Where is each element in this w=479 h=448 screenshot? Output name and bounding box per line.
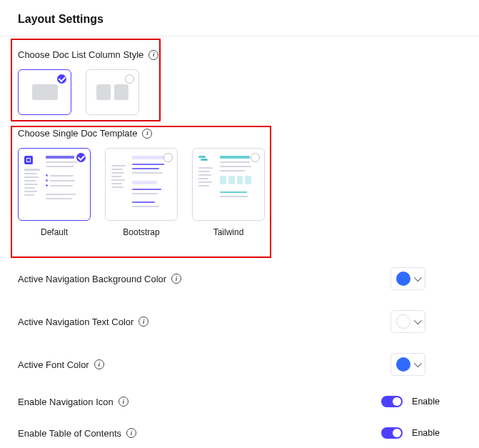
setting-label-enable-toc: Enable Table of Contents bbox=[18, 428, 121, 439]
setting-label-enable-nav-icon: Enable Navigation Icon bbox=[18, 397, 114, 407]
column-style-section: Choose Doc List Column Style i bbox=[18, 36, 461, 115]
single-doc-label: Choose Single Doc Template bbox=[18, 128, 137, 139]
template-label-bootstrap: Bootstrap bbox=[123, 227, 159, 237]
template-label-default: Default bbox=[41, 227, 68, 237]
info-icon[interactable]: i bbox=[138, 317, 148, 327]
color-swatch bbox=[396, 272, 410, 286]
color-swatch bbox=[396, 357, 410, 372]
toggle-enable-nav-icon[interactable] bbox=[381, 396, 403, 407]
column-style-label: Choose Doc List Column Style bbox=[18, 49, 143, 60]
selected-check-icon bbox=[57, 74, 66, 84]
color-picker-active-nav-text[interactable] bbox=[390, 310, 425, 333]
setting-active-nav-text: Active Navigation Text Color i bbox=[18, 300, 461, 343]
column-preview-single bbox=[32, 84, 58, 100]
column-preview-double-left bbox=[96, 84, 111, 100]
page-title: Layout Settings bbox=[18, 13, 461, 36]
template-option-default[interactable] bbox=[18, 148, 91, 221]
color-picker-active-nav-bg[interactable] bbox=[390, 267, 425, 290]
toggle-value-enable-toc: Enable bbox=[412, 428, 440, 438]
chevron-down-icon bbox=[414, 359, 422, 367]
single-doc-section: Choose Single Doc Template i bbox=[18, 115, 461, 237]
column-style-option-single[interactable] bbox=[18, 69, 71, 115]
setting-label-active-nav-bg: Active Navigation Background Color bbox=[18, 274, 166, 284]
info-icon[interactable]: i bbox=[94, 359, 104, 369]
radio-empty-icon bbox=[251, 153, 260, 162]
chevron-down-icon bbox=[414, 317, 422, 324]
selected-check-icon bbox=[76, 153, 86, 162]
template-option-tailwind[interactable] bbox=[192, 148, 265, 221]
column-preview-double-right bbox=[114, 84, 128, 100]
doc-icon bbox=[24, 156, 33, 164]
toggle-value-enable-nav-icon: Enable bbox=[412, 397, 440, 407]
info-icon[interactable]: i bbox=[119, 397, 128, 407]
setting-active-nav-bg: Active Navigation Background Color i bbox=[18, 257, 461, 300]
color-picker-active-font[interactable] bbox=[390, 353, 425, 376]
radio-empty-icon bbox=[163, 153, 173, 162]
color-swatch bbox=[396, 314, 410, 329]
info-icon[interactable]: i bbox=[126, 428, 136, 438]
info-icon[interactable]: i bbox=[148, 50, 158, 60]
info-icon[interactable]: i bbox=[171, 274, 181, 284]
toggle-enable-toc[interactable] bbox=[381, 427, 403, 439]
column-style-option-double[interactable] bbox=[86, 69, 139, 115]
radio-empty-icon bbox=[125, 74, 134, 84]
chevron-down-icon bbox=[414, 274, 422, 282]
tailwind-icon bbox=[198, 156, 208, 163]
info-icon[interactable]: i bbox=[142, 129, 152, 139]
template-option-bootstrap[interactable] bbox=[105, 148, 178, 221]
setting-label-active-font: Active Font Color bbox=[18, 359, 89, 370]
template-label-tailwind: Tailwind bbox=[213, 227, 244, 237]
setting-enable-toc: Enable Table of Contents i Enable bbox=[18, 417, 461, 448]
setting-enable-nav-icon: Enable Navigation Icon i Enable bbox=[18, 386, 461, 417]
setting-label-active-nav-text: Active Navigation Text Color bbox=[18, 317, 133, 327]
setting-active-font: Active Font Color i bbox=[18, 343, 461, 386]
